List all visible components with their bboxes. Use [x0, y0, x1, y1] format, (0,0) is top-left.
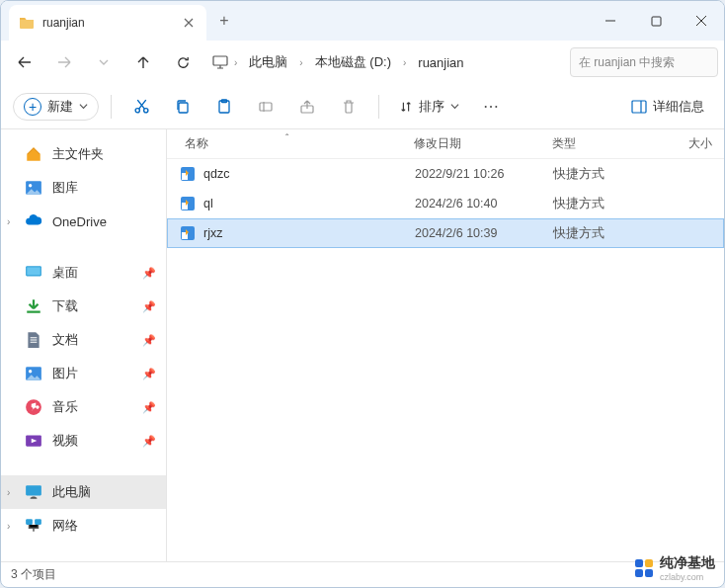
search-placeholder: 在 ruanjian 中搜索 [579, 54, 675, 71]
sidebar-item-pictures[interactable]: 图片 📌 [1, 357, 166, 390]
recent-dropdown[interactable] [86, 44, 121, 80]
file-name: ql [203, 197, 213, 210]
sidebar-item-music[interactable]: 音乐 📌 [1, 390, 166, 424]
file-row[interactable]: rjxz 2024/2/6 10:39 快捷方式 [167, 218, 724, 248]
svg-rect-1 [213, 56, 227, 65]
cloud-icon [25, 212, 42, 230]
more-button[interactable]: ⋯ [473, 89, 509, 125]
pc-icon [25, 483, 42, 501]
file-row[interactable]: ql 2024/2/6 10:40 快捷方式 [167, 189, 724, 218]
sidebar-item-onedrive[interactable]: › OneDrive [1, 205, 166, 238]
svg-rect-30 [645, 569, 653, 577]
svg-point-3 [143, 109, 147, 113]
new-tab-button[interactable]: + [206, 3, 242, 39]
column-size[interactable]: 大小 [661, 135, 724, 152]
back-button[interactable] [7, 44, 42, 80]
delete-button[interactable] [331, 89, 366, 125]
chevron-right-icon: › [232, 57, 239, 68]
file-type: 快捷方式 [553, 225, 662, 242]
shortcut-icon [180, 196, 196, 211]
pin-icon: 📌 [142, 368, 156, 380]
svg-rect-28 [645, 559, 653, 567]
tab[interactable]: ruanjian [9, 5, 206, 41]
crumb-thispc[interactable]: 此电脑 [243, 51, 293, 73]
tab-title: ruanjian [42, 16, 173, 30]
new-button[interactable]: + 新建 [13, 93, 99, 121]
sidebar-item-desktop[interactable]: 桌面 📌 [1, 256, 166, 290]
music-icon [25, 398, 42, 416]
tab-close-button[interactable] [181, 15, 197, 31]
watermark: 纯净基地 czlaby.com [634, 554, 715, 582]
svg-rect-7 [260, 103, 272, 111]
forward-button[interactable] [46, 44, 82, 80]
sidebar-item-label: 下载 [52, 297, 78, 315]
column-type[interactable]: 类型 [552, 135, 661, 152]
download-icon [25, 297, 42, 315]
sidebar-item-network[interactable]: › 网络 [1, 509, 166, 543]
chevron-right-icon: › [7, 216, 10, 227]
sidebar-item-documents[interactable]: 文档 📌 [1, 323, 166, 357]
sidebar-item-videos[interactable]: 视频 📌 [1, 424, 166, 458]
crumb-drive[interactable]: 本地磁盘 (D:) [309, 51, 397, 73]
file-type: 快捷方式 [553, 196, 662, 212]
rename-button[interactable] [248, 89, 283, 125]
sidebar-item-thispc[interactable]: › 此电脑 [1, 475, 166, 509]
plus-circle-icon: + [24, 98, 41, 116]
pin-icon: 📌 [142, 300, 156, 313]
breadcrumb[interactable]: › 此电脑 › 本地磁盘 (D:) › ruanjian [204, 46, 566, 78]
item-count: 3 个项目 [11, 566, 56, 583]
pin-icon: 📌 [142, 267, 156, 280]
network-icon [25, 517, 42, 535]
file-row[interactable]: qdzc 2022/9/21 10:26 快捷方式 [167, 159, 724, 189]
titlebar: ruanjian + [1, 1, 724, 41]
sidebar-item-label: 网络 [52, 517, 78, 535]
details-pane-button[interactable]: 详细信息 [623, 94, 712, 120]
close-button[interactable] [679, 1, 724, 41]
separator [378, 95, 379, 119]
chevron-down-icon [450, 102, 459, 111]
cut-button[interactable] [123, 89, 159, 125]
toolbar: + 新建 排序 ⋯ [1, 84, 724, 129]
sidebar-item-label: 文档 [52, 331, 78, 349]
watermark-logo-icon [634, 558, 654, 578]
up-button[interactable] [125, 44, 161, 80]
sidebar-item-label: 音乐 [52, 398, 78, 416]
minimize-button[interactable] [588, 1, 633, 41]
column-date[interactable]: 修改日期 [414, 135, 552, 152]
search-input[interactable]: 在 ruanjian 中搜索 [570, 47, 718, 77]
file-date: 2024/2/6 10:39 [415, 226, 553, 240]
crumb-folder[interactable]: ruanjian [412, 53, 469, 72]
watermark-brand: 纯净基地 [660, 554, 715, 572]
sort-button[interactable]: 排序 [391, 94, 467, 120]
chevron-right-icon: › [7, 521, 10, 532]
svg-point-11 [29, 184, 32, 187]
picture-icon [25, 365, 42, 382]
file-name: rjxz [203, 226, 222, 240]
chevron-right-icon: › [297, 57, 304, 68]
svg-rect-18 [26, 485, 41, 495]
video-icon [25, 432, 42, 450]
paste-button[interactable] [206, 89, 242, 125]
svg-rect-4 [179, 103, 188, 113]
sidebar-item-downloads[interactable]: 下载 📌 [1, 290, 166, 323]
column-name[interactable]: 名称 ˆ [167, 135, 414, 152]
maximize-button[interactable] [633, 1, 679, 41]
sidebar: 主文件夹 图库 › OneDrive 桌面 📌 下载 📌 [1, 129, 167, 561]
svg-rect-29 [635, 569, 643, 577]
refresh-button[interactable] [165, 44, 201, 80]
svg-rect-13 [27, 267, 40, 275]
file-list[interactable]: qdzc 2022/9/21 10:26 快捷方式 ql 2024/2/6 10… [167, 159, 724, 561]
desktop-icon [25, 264, 42, 282]
sidebar-item-label: 主文件夹 [52, 145, 104, 163]
file-date: 2022/9/21 10:26 [415, 167, 553, 181]
sidebar-item-home[interactable]: 主文件夹 [1, 137, 166, 171]
window-controls [588, 1, 724, 41]
share-button[interactable] [289, 89, 325, 125]
sidebar-item-gallery[interactable]: 图库 [1, 171, 166, 205]
details-label: 详细信息 [653, 98, 704, 116]
chevron-right-icon: › [401, 57, 408, 68]
svg-rect-27 [635, 559, 643, 567]
gallery-icon [25, 179, 42, 197]
chevron-down-icon [79, 102, 88, 111]
copy-button[interactable] [165, 89, 201, 125]
